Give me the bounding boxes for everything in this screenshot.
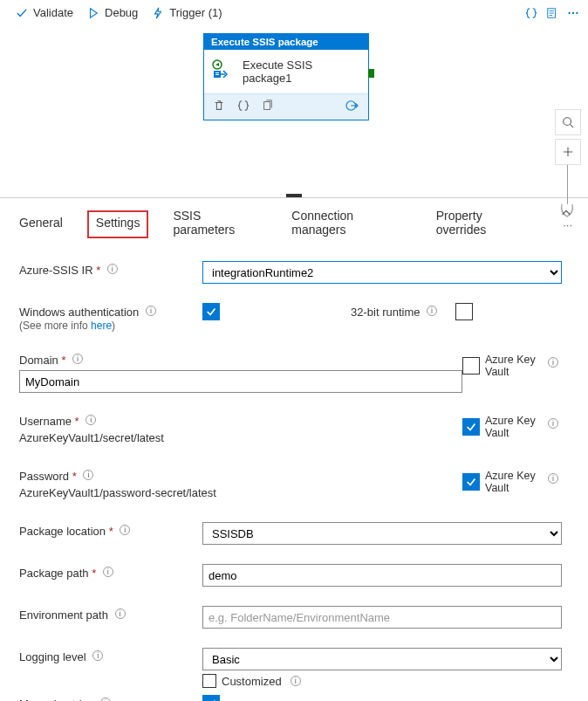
svg-rect-6: [215, 72, 219, 73]
here-link[interactable]: here: [91, 320, 112, 332]
windows-auth-checkbox[interactable]: [202, 303, 220, 320]
braces-icon[interactable]: [237, 100, 250, 114]
info-icon[interactable]: i: [548, 418, 558, 429]
more-icon[interactable]: [567, 7, 579, 19]
info-icon[interactable]: i: [427, 306, 437, 316]
info-icon[interactable]: i: [548, 357, 558, 368]
label-akv: Azure Key Vault: [485, 470, 541, 494]
package-location-select[interactable]: SSISDB: [202, 522, 562, 545]
tab-settings[interactable]: Settings: [87, 210, 149, 238]
add-button[interactable]: [555, 139, 581, 165]
row-manual-entries: Manual entries i: [19, 695, 562, 701]
panel-resize-handle[interactable]: [286, 194, 302, 197]
info-icon[interactable]: i: [85, 415, 96, 425]
search-button[interactable]: [555, 109, 581, 135]
svg-rect-8: [264, 102, 270, 110]
row-windows-auth: Windows authentication i (See more info …: [19, 303, 562, 332]
checkmark-icon: [16, 7, 28, 19]
activity-type-label: Execute SSIS package: [204, 34, 368, 50]
svg-rect-7: [215, 74, 219, 75]
settings-tabs: General Settings SSIS parameters Connect…: [0, 198, 588, 245]
label-32bit: 32-bit runtime: [351, 306, 420, 319]
delete-icon[interactable]: [213, 100, 225, 114]
info-icon[interactable]: i: [120, 525, 130, 535]
copy-icon[interactable]: [262, 100, 274, 114]
row-username: Username * i AzureKeyVault1/secret/lates…: [19, 412, 562, 448]
form-icon[interactable]: [546, 7, 558, 19]
validate-label: Validate: [33, 6, 73, 19]
manual-entries-checkbox[interactable]: [202, 695, 220, 701]
row-package-location: Package location * i SSISDB: [19, 522, 562, 545]
play-icon: [87, 7, 99, 19]
label-customized: Customized: [222, 675, 282, 688]
label-username: Username: [19, 415, 72, 428]
username-value: AzureKeyVault1/secret/latest: [19, 428, 462, 448]
svg-point-1: [568, 11, 570, 13]
tab-property-overrides[interactable]: Property overrides: [433, 203, 537, 245]
pipeline-canvas[interactable]: Execute SSIS package Execute SSIS packag…: [0, 26, 588, 198]
label-pkg-path: Package path: [19, 567, 89, 580]
info-icon[interactable]: i: [107, 264, 118, 274]
activity-body: Execute SSIS package1: [204, 50, 368, 94]
password-value: AzureKeyVault1/password-secret/latest: [19, 483, 462, 503]
tab-ssis-parameters[interactable]: SSIS parameters: [169, 203, 267, 245]
activity-card[interactable]: Execute SSIS package Execute SSIS packag…: [203, 33, 369, 120]
row-password: Password * i AzureKeyVault1/password-sec…: [19, 467, 562, 503]
row-logging-level: Logging level i Basic Customized i: [19, 648, 562, 688]
info-icon[interactable]: i: [83, 470, 93, 480]
label-manual: Manual entries: [19, 698, 93, 701]
info-icon[interactable]: i: [92, 650, 103, 661]
lightning-icon: [152, 7, 164, 19]
info-icon[interactable]: i: [291, 676, 301, 686]
row-domain: Domain * i Azure Key Vault i: [19, 351, 562, 393]
debug-label: Debug: [105, 6, 138, 19]
tab-connection-managers[interactable]: Connection managers: [288, 203, 411, 245]
domain-akv-checkbox[interactable]: [462, 357, 480, 375]
label-domain: Domain: [19, 354, 58, 367]
label-akv: Azure Key Vault: [485, 354, 541, 378]
output-icon[interactable]: [345, 100, 359, 114]
label-pkg-location: Package location: [19, 525, 106, 538]
info-icon[interactable]: i: [146, 306, 156, 316]
azure-ssis-ir-select[interactable]: integrationRuntime2: [202, 261, 562, 284]
activity-footer: [204, 94, 368, 120]
braces-icon[interactable]: [525, 7, 537, 19]
info-icon[interactable]: i: [115, 608, 126, 619]
logging-level-select[interactable]: Basic: [202, 648, 562, 670]
label-azure-ssis-ir: Azure-SSIS IR: [19, 264, 93, 277]
label-log-level: Logging level: [19, 650, 86, 663]
password-akv-checkbox[interactable]: [462, 473, 480, 491]
row-environment-path: Environment path i: [19, 606, 562, 629]
toolbar-right: [525, 7, 579, 19]
trigger-button[interactable]: Trigger (1): [145, 3, 229, 23]
trigger-label: Trigger (1): [169, 6, 222, 19]
tab-general[interactable]: General: [16, 210, 66, 238]
info-icon[interactable]: i: [103, 567, 113, 577]
label-windows-auth: Windows authentication: [19, 306, 139, 319]
info-icon[interactable]: i: [100, 698, 111, 701]
label-akv: Azure Key Vault: [485, 415, 541, 439]
debug-button[interactable]: Debug: [80, 3, 145, 23]
label-password: Password: [19, 470, 69, 483]
domain-input[interactable]: [19, 370, 462, 393]
package-path-input[interactable]: [202, 564, 562, 587]
activity-name: Execute SSIS package1: [243, 58, 361, 85]
info-icon[interactable]: i: [548, 473, 558, 484]
svg-point-2: [572, 11, 574, 13]
settings-panel[interactable]: Azure-SSIS IR * i integrationRuntime2 Wi…: [0, 245, 588, 701]
customized-checkbox[interactable]: [202, 674, 216, 688]
row-azure-ssis-ir: Azure-SSIS IR * i integrationRuntime2: [19, 261, 562, 284]
svg-point-3: [576, 11, 578, 13]
environment-path-input[interactable]: [202, 606, 562, 629]
canvas-float-buttons: [555, 109, 581, 165]
runtime32-checkbox[interactable]: [455, 303, 473, 320]
validate-button[interactable]: Validate: [9, 3, 80, 23]
success-connector[interactable]: [368, 69, 374, 78]
label-env-path: Environment path: [19, 608, 108, 622]
collapse-panel-icon[interactable]: [560, 207, 572, 222]
username-akv-checkbox[interactable]: [462, 418, 480, 436]
canvas-toolbar: Validate Debug Trigger (1): [0, 0, 588, 26]
ssis-icon: [211, 59, 234, 85]
svg-point-10: [564, 118, 571, 126]
info-icon[interactable]: i: [72, 354, 83, 364]
